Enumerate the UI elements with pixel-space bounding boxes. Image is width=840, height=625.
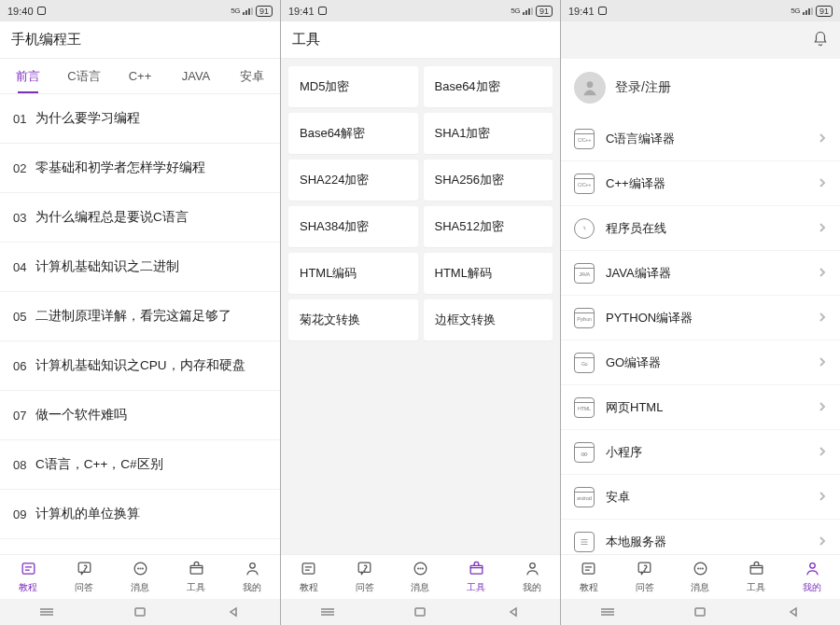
menu-row[interactable]: JAVA JAVA编译器 xyxy=(561,251,840,295)
nav-tools[interactable]: 工具 xyxy=(168,555,224,599)
menu-row[interactable]: 程序员在线 xyxy=(561,206,840,250)
nav-label: 工具 xyxy=(467,581,485,594)
svg-point-31 xyxy=(809,563,815,569)
bell-icon[interactable] xyxy=(812,31,829,50)
nav-label: 我的 xyxy=(243,581,261,594)
back-button[interactable] xyxy=(504,605,523,618)
chevron-right-icon xyxy=(818,490,827,504)
lesson-number: 08 xyxy=(13,458,35,472)
page-title: 手机编程王 xyxy=(11,31,81,49)
lesson-row[interactable]: 05 二进制原理详解，看完这篇足够了 xyxy=(0,292,280,341)
tool-card[interactable]: Base64解密 xyxy=(288,113,418,154)
qa-icon xyxy=(356,560,373,579)
profile-header[interactable]: 登录/注册 xyxy=(561,59,840,117)
lesson-row[interactable]: 09 计算机的单位换算 xyxy=(0,490,280,539)
lesson-row[interactable]: 01 为什么要学习编程 xyxy=(0,94,280,144)
back-button[interactable] xyxy=(784,605,803,618)
nav-tools[interactable]: 工具 xyxy=(448,555,504,599)
lesson-row[interactable]: 03 为什么编程总是要说C语言 xyxy=(0,193,280,243)
tab-4[interactable]: 安卓 xyxy=(224,59,280,93)
tool-card[interactable]: HTML编码 xyxy=(288,253,418,294)
tool-card[interactable]: SHA384加密 xyxy=(288,206,418,247)
html-icon: HTML xyxy=(574,397,595,418)
recent-apps-button[interactable] xyxy=(318,605,337,618)
nav-label: 教程 xyxy=(300,581,318,594)
nav-course[interactable]: 教程 xyxy=(561,555,617,599)
recent-apps-button[interactable] xyxy=(37,605,56,618)
nav-msg[interactable]: 消息 xyxy=(393,555,449,599)
lesson-row[interactable]: 04 计算机基础知识之二进制 xyxy=(0,243,280,292)
svg-point-15 xyxy=(420,568,421,569)
chevron-right-icon xyxy=(818,535,827,549)
menu-label: 本地服务器 xyxy=(606,534,666,550)
tool-card[interactable]: 边框文转换 xyxy=(424,299,553,340)
tab-2[interactable]: C++ xyxy=(112,59,168,93)
menu-label: 网页HTML xyxy=(606,399,663,416)
svg-point-25 xyxy=(644,570,645,571)
svg-rect-23 xyxy=(583,563,595,574)
tool-card[interactable]: SHA1加密 xyxy=(424,113,553,154)
tool-card[interactable]: SHA256加密 xyxy=(424,160,553,201)
lesson-row[interactable]: 06 计算机基础知识之CPU，内存和硬盘 xyxy=(0,341,280,391)
lesson-row[interactable]: 07 做一个软件难吗 xyxy=(0,391,280,440)
nav-course[interactable]: 教程 xyxy=(0,555,56,599)
nav-label: 工具 xyxy=(747,581,765,594)
lesson-number: 01 xyxy=(13,112,35,126)
signal-icon xyxy=(803,7,813,15)
svg-point-14 xyxy=(418,568,419,569)
nav-course[interactable]: 教程 xyxy=(281,555,337,599)
android-softkeys xyxy=(561,599,840,625)
svg-point-22 xyxy=(584,453,587,456)
menu-row[interactable]: 本地服务器 xyxy=(561,520,840,554)
menu-row[interactable]: android 安卓 xyxy=(561,475,840,519)
tool-card[interactable]: MD5加密 xyxy=(288,66,418,107)
home-button[interactable] xyxy=(131,605,149,618)
home-button[interactable] xyxy=(691,605,709,618)
tab-0[interactable]: 前言 xyxy=(0,59,56,93)
nav-me[interactable]: 我的 xyxy=(224,555,280,599)
me-icon xyxy=(524,560,541,579)
menu-row[interactable]: Go GO编译器 xyxy=(561,340,840,384)
recent-apps-button[interactable] xyxy=(598,605,617,618)
battery-indicator: 91 xyxy=(816,6,833,17)
go-icon: Go xyxy=(574,353,595,373)
svg-rect-10 xyxy=(303,563,315,574)
lesson-row[interactable]: 02 零基础和初学者怎样学好编程 xyxy=(0,144,280,193)
svg-rect-0 xyxy=(22,563,35,574)
menu-row[interactable]: C/C++ C语言编译器 xyxy=(561,117,840,160)
tool-card[interactable]: SHA512加密 xyxy=(424,206,553,247)
back-button[interactable] xyxy=(224,605,243,618)
lesson-number: 02 xyxy=(13,161,35,175)
menu-label: 安卓 xyxy=(606,489,630,506)
tab-3[interactable]: JAVA xyxy=(168,59,224,93)
nav-msg[interactable]: 消息 xyxy=(112,555,168,599)
svg-point-5 xyxy=(140,568,141,569)
signal-icon xyxy=(523,7,533,15)
menu-row[interactable]: C/C++ C++编译器 xyxy=(561,161,840,205)
screen-profile: 19:41 5G 91 登录/注册 C/C++ C语言编译器 C/C++ xyxy=(560,0,840,625)
tool-card[interactable]: 菊花文转换 xyxy=(288,299,418,340)
tab-1[interactable]: C语言 xyxy=(56,59,112,93)
svg-point-29 xyxy=(702,568,703,569)
tool-card[interactable]: HTML解码 xyxy=(424,253,553,294)
tool-card[interactable]: SHA224加密 xyxy=(288,160,418,201)
nav-qa[interactable]: 问答 xyxy=(337,555,393,599)
menu-row[interactable]: 小程序 xyxy=(561,430,840,474)
alarm-icon xyxy=(318,7,327,15)
menu-row[interactable]: HTML 网页HTML xyxy=(561,385,840,429)
network-label: 5G xyxy=(511,7,520,15)
nav-me[interactable]: 我的 xyxy=(784,555,840,599)
nav-msg[interactable]: 消息 xyxy=(673,555,729,599)
category-tabs: 前言C语言C++JAVA安卓 xyxy=(0,59,280,94)
lesson-number: 05 xyxy=(13,310,35,324)
nav-qa[interactable]: 问答 xyxy=(56,555,112,599)
home-button[interactable] xyxy=(411,605,429,618)
menu-row[interactable]: Python PYTHON编译器 xyxy=(561,296,840,340)
nav-tools[interactable]: 工具 xyxy=(728,555,784,599)
menu-label: C语言编译器 xyxy=(606,131,675,147)
svg-point-21 xyxy=(581,453,584,456)
nav-me[interactable]: 我的 xyxy=(504,555,560,599)
tool-card[interactable]: Base64加密 xyxy=(424,66,553,107)
nav-qa[interactable]: 问答 xyxy=(617,555,673,599)
lesson-row[interactable]: 08 C语言，C++，C#区别 xyxy=(0,440,280,490)
